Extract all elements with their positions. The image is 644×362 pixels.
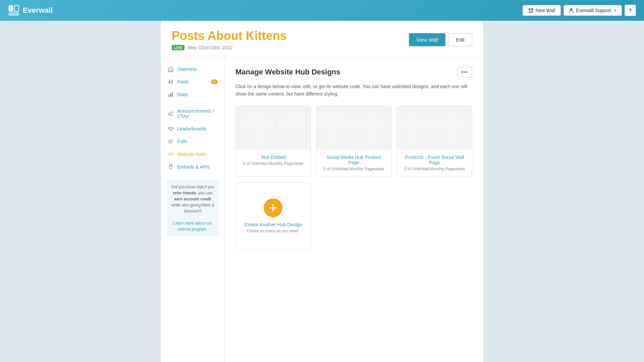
- view-wall-button[interactable]: View Wall: [409, 33, 445, 46]
- list-icon: [168, 138, 174, 144]
- manage-menu-button[interactable]: •••: [457, 67, 472, 77]
- design-card-info-1: Test Embed 0 of Unlimited Monthly Pagevi…: [236, 150, 311, 171]
- sidebar-item-website-hubs[interactable]: Website Hubs: [161, 148, 224, 161]
- design-card-test-embed[interactable]: Test Embed 0 of Unlimited Monthly Pagevi…: [235, 106, 311, 177]
- page-header: Posts About Kittens LIVE May 22nd-23rd, …: [161, 21, 483, 57]
- sidebar-label-stats: Stats: [177, 92, 188, 97]
- sidebar-nav: Overview Posts 0: [161, 63, 224, 173]
- plug-icon: [168, 164, 174, 170]
- sidebar-item-overview[interactable]: Overview: [161, 63, 224, 75]
- svg-rect-2: [9, 13, 19, 15]
- create-hub-design-card[interactable]: Create Another Hub Design Create as many…: [235, 182, 311, 249]
- new-wall-icon: [528, 8, 534, 13]
- page-meta: LIVE May 22nd-23rd, 2022: [172, 45, 287, 50]
- svg-line-9: [172, 79, 172, 84]
- sidebar-item-posts[interactable]: Posts 0: [161, 75, 224, 88]
- design-card-name-1: Test Embed: [241, 155, 305, 160]
- svg-line-20: [170, 152, 171, 156]
- manage-title: Manage Website Hub Designs: [235, 68, 340, 76]
- posts-badge: 0: [211, 79, 218, 84]
- content-container: Posts About Kittens LIVE May 22nd-23rd, …: [161, 21, 483, 362]
- sidebar-label-embeds: Embeds & APIs: [177, 164, 210, 170]
- user-icon: [569, 8, 574, 13]
- svg-point-6: [570, 8, 572, 10]
- sidebar-label-polls: Polls: [177, 139, 187, 144]
- svg-rect-24: [269, 207, 277, 208]
- logo-text: Everwall: [23, 6, 53, 15]
- chevron-down-icon: [613, 9, 617, 12]
- content-layout: Overview Posts 0: [161, 57, 483, 362]
- svg-rect-12: [168, 95, 169, 97]
- logo: Everwall: [8, 5, 53, 16]
- sidebar-label-posts: Posts: [177, 79, 189, 84]
- sidebar-label-overview: Overview: [177, 66, 197, 72]
- svg-rect-13: [170, 94, 171, 97]
- sidebar-item-announcements[interactable]: Announcements / CTAs: [161, 105, 224, 122]
- header-actions: New Wall Everwall Support ?: [523, 5, 636, 16]
- logo-icon: [8, 5, 19, 16]
- svg-rect-0: [9, 5, 13, 11]
- design-card-preview-1: [236, 106, 311, 150]
- header: Everwall New Wall Everwall Support: [0, 0, 644, 21]
- design-card-social-media-hub[interactable]: Social Media Hub Product Page 0 of Unlim…: [316, 106, 392, 177]
- new-wall-button[interactable]: New Wall: [523, 5, 561, 16]
- svg-line-8: [169, 79, 170, 84]
- sidebar-item-polls[interactable]: Polls: [161, 135, 224, 148]
- page-date: May 22nd-23rd, 2022: [188, 45, 232, 50]
- support-button[interactable]: Everwall Support: [564, 5, 622, 16]
- sidebar-label-website-hubs: Website Hubs: [177, 152, 206, 157]
- design-card-info-3: Products - Event Social Wall Page 0 of U…: [397, 150, 472, 177]
- referral-link[interactable]: Learn more about our referral program.: [173, 221, 212, 232]
- create-card-sublabel: Create as many as you need.: [247, 229, 300, 233]
- sidebar-referral: Did you know that if you refer friends, …: [166, 180, 219, 236]
- trophy-icon: [168, 126, 174, 132]
- design-card-stats-3: 0 of Unlimited Monthly Pageviews: [402, 167, 467, 171]
- stats-icon: [168, 92, 174, 98]
- manage-header: Manage Website Hub Designs •••: [235, 67, 472, 77]
- page-title-section: Posts About Kittens LIVE May 22nd-23rd, …: [172, 29, 287, 50]
- svg-rect-3: [529, 8, 531, 11]
- svg-rect-14: [172, 92, 173, 97]
- home-icon: [168, 66, 174, 72]
- hashtag-icon: [168, 79, 174, 85]
- manage-description: Click on a design below to view, edit, o…: [235, 83, 472, 98]
- edit-button[interactable]: Edit: [448, 33, 472, 46]
- page-title: Posts About Kittens: [172, 29, 287, 43]
- svg-rect-7: [170, 69, 172, 71]
- svg-rect-4: [531, 8, 533, 11]
- main-panel: Manage Website Hub Designs ••• Click on …: [225, 57, 483, 362]
- create-icon: [264, 198, 282, 217]
- help-button[interactable]: ?: [625, 5, 636, 16]
- design-card-preview-2: [317, 106, 391, 150]
- plus-icon: [268, 203, 278, 213]
- design-card-info-2: Social Media Hub Product Page 0 of Unlim…: [317, 150, 391, 177]
- design-card-stats-1: 0 of Unlimited Monthly Pageviews: [241, 161, 305, 166]
- sidebar-item-stats[interactable]: Stats: [161, 88, 224, 101]
- live-badge: LIVE: [172, 45, 184, 50]
- sidebar-item-embeds-apis[interactable]: Embeds & APIs: [161, 161, 224, 173]
- sidebar: Overview Posts 0: [161, 57, 225, 362]
- design-card-preview-3: [397, 106, 472, 150]
- code-icon: [168, 151, 174, 157]
- design-card-products-event[interactable]: Products - Event Social Wall Page 0 of U…: [397, 106, 472, 177]
- create-card-label: Create Another Hub Design: [245, 222, 302, 227]
- referral-text: Did you know that if you refer friends, …: [171, 185, 214, 214]
- design-grid: Test Embed 0 of Unlimited Monthly Pagevi…: [235, 106, 472, 249]
- design-card-name-3: Products - Event Social Wall Page: [402, 155, 467, 165]
- sidebar-item-leaderboards[interactable]: Leaderboards: [161, 122, 224, 135]
- page-header-actions: View Wall Edit: [409, 33, 472, 46]
- design-card-stats-2: 0 of Unlimited Monthly Pageviews: [322, 167, 386, 171]
- svg-rect-21: [170, 164, 172, 166]
- megaphone-icon: [168, 111, 174, 117]
- sidebar-label-leaderboards: Leaderboards: [177, 126, 206, 131]
- sidebar-label-announcements: Announcements / CTAs: [177, 108, 218, 119]
- design-card-name-2: Social Media Hub Product Page: [322, 155, 386, 165]
- svg-rect-1: [14, 5, 19, 11]
- svg-rect-5: [529, 11, 533, 13]
